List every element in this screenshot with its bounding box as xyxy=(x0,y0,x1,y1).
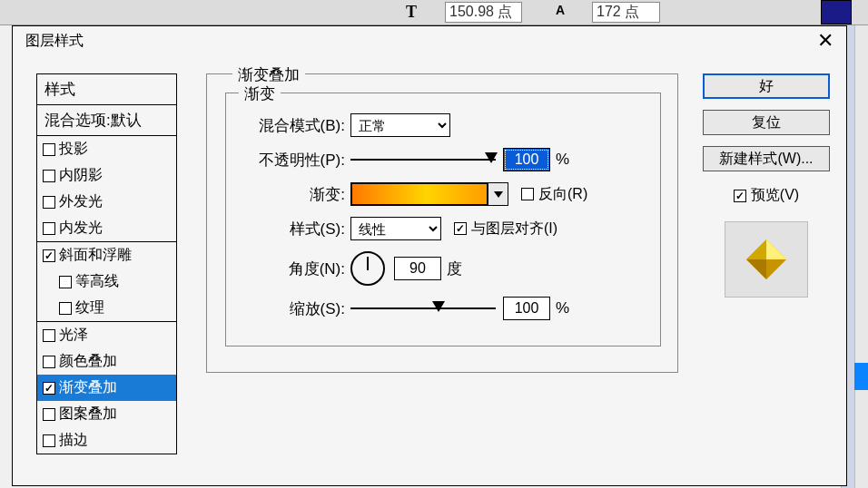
leading-icon: A xyxy=(556,3,565,17)
style-item-8[interactable]: 颜色叠加 xyxy=(37,348,176,375)
color-swatch[interactable] xyxy=(821,0,852,24)
preview-checkbox[interactable] xyxy=(734,190,746,202)
gradient-picker[interactable] xyxy=(350,182,508,206)
style-item-label: 纹理 xyxy=(75,298,104,317)
svg-marker-4 xyxy=(766,259,786,279)
align-label: 与图层对齐(I) xyxy=(471,220,557,239)
styles-header[interactable]: 样式 xyxy=(37,74,176,105)
preview-label: 预览(V) xyxy=(751,186,799,205)
font-size-field[interactable]: 150.98 点 xyxy=(445,2,522,23)
font-size-icon: T xyxy=(406,3,417,22)
gradient-dropdown-icon[interactable] xyxy=(488,183,508,205)
style-item-11[interactable]: 描边 xyxy=(37,427,176,454)
reverse-checkbox[interactable] xyxy=(521,188,534,200)
style-item-7[interactable]: 光泽 xyxy=(37,322,176,348)
svg-marker-3 xyxy=(746,259,766,279)
align-checkbox[interactable] xyxy=(454,222,467,235)
style-item-checkbox[interactable] xyxy=(43,408,55,421)
opacity-value[interactable]: 100 xyxy=(503,148,550,171)
style-item-6[interactable]: 纹理 xyxy=(37,295,176,322)
preview-checkbox-wrap[interactable]: 预览(V) xyxy=(734,186,799,205)
opacity-unit: % xyxy=(556,151,569,169)
opacity-slider[interactable] xyxy=(350,150,496,170)
style-item-3[interactable]: 内发光 xyxy=(37,215,176,242)
align-checkbox-wrap[interactable]: 与图层对齐(I) xyxy=(454,220,557,239)
style-item-label: 渐变叠加 xyxy=(59,378,117,397)
effect-group-title: 渐变叠加 xyxy=(232,64,305,85)
style-item-checkbox[interactable] xyxy=(43,382,55,395)
style-select[interactable]: 线性 xyxy=(350,217,441,240)
style-row: 样式(S): 线性 与图层对齐(I) xyxy=(237,217,649,240)
angle-value[interactable]: 90 xyxy=(394,257,441,280)
new-style-button[interactable]: 新建样式(W)... xyxy=(703,146,830,171)
style-item-9[interactable]: 渐变叠加 xyxy=(37,375,176,401)
scale-unit: % xyxy=(556,299,569,317)
effect-group: 渐变叠加 渐变 混合模式(B): 正常 不透明性(P): xyxy=(206,73,678,373)
style-item-label: 内发光 xyxy=(59,219,103,238)
preview-thumbnail xyxy=(725,221,808,298)
style-item-checkbox[interactable] xyxy=(43,356,55,368)
style-item-checkbox[interactable] xyxy=(43,329,55,342)
blend-options-header[interactable]: 混合选项:默认 xyxy=(37,105,176,136)
style-item-2[interactable]: 外发光 xyxy=(37,189,176,215)
reverse-checkbox-wrap[interactable]: 反向(R) xyxy=(521,185,587,204)
style-item-checkbox[interactable] xyxy=(43,249,55,262)
right-edge-strip xyxy=(854,25,868,488)
gradient-preview[interactable] xyxy=(351,183,488,205)
style-item-5[interactable]: 等高线 xyxy=(37,268,176,295)
dialog-buttons-column: 好 复位 新建样式(W)... 预览(V) xyxy=(703,73,830,298)
style-item-10[interactable]: 图案叠加 xyxy=(37,401,176,427)
style-item-label: 光泽 xyxy=(59,326,88,345)
scale-value[interactable]: 100 xyxy=(503,297,550,320)
scroll-indicator xyxy=(854,363,868,390)
style-label: 样式(S): xyxy=(237,219,350,239)
style-item-checkbox[interactable] xyxy=(59,302,72,315)
svg-marker-1 xyxy=(766,239,786,259)
style-item-label: 等高线 xyxy=(75,272,119,291)
style-item-4[interactable]: 斜面和浮雕 xyxy=(37,242,176,268)
scale-slider[interactable] xyxy=(350,298,496,318)
dialog-titlebar: 图层样式 ✕ xyxy=(13,26,846,55)
opacity-label: 不透明性(P): xyxy=(237,150,350,171)
style-item-label: 内阴影 xyxy=(59,166,103,185)
angle-row: 角度(N): 90 度 xyxy=(237,251,649,286)
style-item-label: 斜面和浮雕 xyxy=(59,246,132,265)
close-icon[interactable]: ✕ xyxy=(817,29,833,53)
scale-label: 缩放(S): xyxy=(237,298,350,319)
gradient-group: 渐变 混合模式(B): 正常 不透明性(P): 10 xyxy=(225,93,661,346)
style-item-checkbox[interactable] xyxy=(43,143,55,156)
reset-button[interactable]: 复位 xyxy=(703,110,830,135)
svg-marker-2 xyxy=(746,239,766,259)
app-toolbar-bg xyxy=(0,0,868,25)
reverse-label: 反向(R) xyxy=(538,185,587,204)
style-item-label: 投影 xyxy=(59,140,88,159)
layer-style-dialog: 图层样式 ✕ 样式 混合选项:默认 投影内阴影外发光内发光斜面和浮雕等高线纹理光… xyxy=(12,25,847,486)
style-item-label: 颜色叠加 xyxy=(59,352,117,371)
preview-icon xyxy=(741,234,792,285)
style-item-0[interactable]: 投影 xyxy=(37,136,176,162)
gradient-group-title: 渐变 xyxy=(239,83,281,104)
style-item-checkbox[interactable] xyxy=(43,170,55,182)
leading-field[interactable]: 172 点 xyxy=(592,2,660,23)
gradient-row: 渐变: 反向(R) xyxy=(237,182,649,206)
angle-dial[interactable] xyxy=(350,251,385,286)
style-item-checkbox[interactable] xyxy=(43,222,55,235)
gradient-label: 渐变: xyxy=(237,184,350,205)
style-item-label: 图案叠加 xyxy=(59,405,117,424)
style-item-label: 外发光 xyxy=(59,192,103,211)
angle-unit: 度 xyxy=(447,259,462,279)
blend-mode-select[interactable]: 正常 xyxy=(350,113,450,137)
scale-row: 缩放(S): 100 % xyxy=(237,297,649,320)
style-item-checkbox[interactable] xyxy=(59,276,72,288)
blend-mode-label: 混合模式(B): xyxy=(237,115,350,136)
style-item-label: 描边 xyxy=(59,431,88,450)
ok-button[interactable]: 好 xyxy=(703,73,830,99)
opacity-row: 不透明性(P): 100 % xyxy=(237,148,649,171)
dialog-title: 图层样式 xyxy=(25,32,84,51)
style-item-checkbox[interactable] xyxy=(43,196,55,209)
blend-mode-row: 混合模式(B): 正常 xyxy=(237,113,649,137)
styles-panel: 样式 混合选项:默认 投影内阴影外发光内发光斜面和浮雕等高线纹理光泽颜色叠加渐变… xyxy=(36,73,177,454)
style-item-checkbox[interactable] xyxy=(43,434,55,447)
angle-label: 角度(N): xyxy=(237,259,350,279)
style-item-1[interactable]: 内阴影 xyxy=(37,162,176,189)
